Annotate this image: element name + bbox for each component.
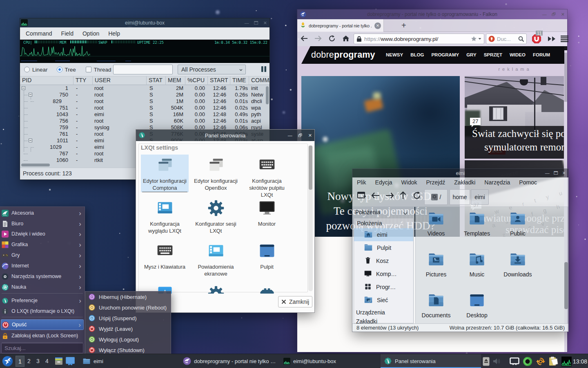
- qps-column-pid[interactable]: PID: [20, 76, 74, 85]
- process-row-1043[interactable]: 1043-eimiS16M0.0012:480.49spyth: [20, 111, 270, 118]
- site-nav-newsy[interactable]: NEWSY: [386, 52, 403, 57]
- fm-section-urzdzenia[interactable]: Urządzenia: [354, 307, 413, 316]
- fm-places-combo[interactable]: Położenia: [354, 208, 413, 217]
- menu-item-internet[interactable]: Internet ›: [1, 260, 84, 271]
- menu-item-d-wi-k-i-wideo[interactable]: Dźwięk i wideo ›: [1, 229, 84, 239]
- settings-tile-edytor-konfiguracji[interactable]: Edytor konfiguracjiComptona: [141, 155, 189, 192]
- menu-item-preferencje[interactable]: Preferencje ›: [1, 295, 84, 306]
- qps-column-stat[interactable]: STAT: [147, 76, 166, 85]
- fm-menu-zakadki[interactable]: Zakładki: [454, 179, 475, 186]
- tray-volume-icon[interactable]: [493, 358, 501, 365]
- settings-tile-konfiguracja[interactable]: Konfiguracjaskrótów pulpituLXQt: [243, 155, 291, 198]
- settings-tile-konfigurator-sesji[interactable]: Konfigurator sesjiLXQt: [192, 197, 240, 234]
- fm-place-pulpit[interactable]: Pulpit: [354, 241, 413, 254]
- back-icon[interactable]: [371, 192, 380, 200]
- panel-titlebar[interactable]: Panel sterowania — 🗗 ✕: [136, 130, 314, 141]
- qps-menu-help[interactable]: Help: [104, 29, 125, 38]
- fm-maximize-button[interactable]: 🗖: [554, 171, 558, 175]
- bookmark-dropdown-icon[interactable]: [478, 38, 481, 40]
- tray-eject-icon[interactable]: [483, 357, 490, 366]
- forward-button[interactable]: [311, 35, 325, 43]
- fm-folder-view[interactable]: Videos Templates Public Pictures Music: [415, 207, 568, 323]
- settings-tile-gear-dark-icon[interactable]: [192, 283, 240, 294]
- fm-minimize-button[interactable]: —: [545, 171, 550, 175]
- fm-menu-narzdzia[interactable]: Narzędzia: [484, 179, 510, 186]
- menu-item-gry[interactable]: Gry ›: [1, 250, 84, 260]
- search-icon[interactable]: [518, 36, 524, 42]
- settings-tile-edytor-konfiguracji[interactable]: Edytor konfiguracjiOpenBox: [192, 155, 240, 191]
- path-button-current[interactable]: eimi: [471, 189, 489, 205]
- process-row-756[interactable]: 756-rootS60K0.0012:460.01sacpi: [20, 118, 270, 124]
- settings-tile-konfiguracja[interactable]: Konfiguracjawyglądu LXQt: [141, 197, 189, 234]
- fm-menu-pomoc[interactable]: Pomoc: [519, 179, 537, 186]
- site-nav-gry[interactable]: GRY: [466, 52, 477, 57]
- fm-vscrollbar[interactable]: [564, 262, 568, 309]
- workspace-2[interactable]: 2: [24, 356, 33, 367]
- menu-hamburger-icon[interactable]: [561, 36, 568, 44]
- process-row-829[interactable]: 829-rootS1M0.0012:460.01sdhcli: [20, 98, 270, 105]
- qps-column-user[interactable]: USER: [93, 76, 147, 85]
- settings-tile-mysz-i-klawiatura[interactable]: Mysz i Klawiatura: [141, 240, 189, 270]
- search-field[interactable]: Duc...: [486, 34, 527, 44]
- adblock-icon[interactable]: 11: [531, 33, 542, 46]
- qps-column-comm[interactable]: COMMA: [249, 76, 270, 85]
- start-menu-button[interactable]: [0, 354, 15, 368]
- tray-monitor-graph-icon[interactable]: [561, 357, 572, 366]
- fm-menu-edycja[interactable]: Edycja: [375, 179, 392, 186]
- path-button-root[interactable]: /: [424, 189, 448, 205]
- menu-item-biuro[interactable]: Biuro ›: [1, 218, 84, 229]
- qps-tree-radio[interactable]: [57, 67, 62, 72]
- fast-forward-icon[interactable]: [547, 36, 556, 43]
- fm-folder-documents[interactable]: Documents: [416, 292, 457, 319]
- submenu-item-wyloguj-logout[interactable]: Wyloguj (Logout): [86, 334, 170, 345]
- qps-process-filter-combo[interactable]: All Processes: [178, 65, 246, 74]
- fm-place-sie[interactable]: Sieć: [354, 294, 413, 307]
- submenu-item-u-pij-suspend[interactable]: Uśpij (Suspend): [86, 313, 170, 323]
- menu-item-nauka[interactable]: Nauka ›: [1, 282, 84, 292]
- qps-column-tty[interactable]: TTY: [74, 76, 93, 85]
- fm-titlebar[interactable]: eimi — 🗖 ✕: [352, 169, 568, 177]
- workspace-3[interactable]: 3: [33, 356, 42, 367]
- path-button-home[interactable]: home: [450, 189, 470, 205]
- site-nav-forum[interactable]: FORUM: [533, 52, 550, 57]
- qps-minimize-button[interactable]: —: [245, 21, 249, 25]
- forward-icon[interactable]: [385, 192, 394, 200]
- fm-folder-videos[interactable]: Videos: [416, 210, 457, 237]
- site-nav-programy[interactable]: PROGRAMY: [431, 52, 459, 57]
- tab-close-icon[interactable]: ✕: [374, 22, 381, 29]
- submenu-item-uruchom-ponownie-reboot[interactable]: Uruchom ponownie (Reboot): [86, 302, 170, 313]
- task-button-eimi[interactable]: eimi: [79, 354, 180, 368]
- quicklaunch-archive-icon[interactable]: [53, 354, 65, 368]
- qps-pause-button[interactable]: [261, 66, 267, 72]
- qps-thread-checkbox[interactable]: [86, 67, 91, 72]
- fm-place-eimi[interactable]: eimi: [354, 228, 413, 241]
- fm-menu-przejd[interactable]: Przejdź: [426, 179, 445, 186]
- up-icon[interactable]: [400, 191, 406, 201]
- panel-close-button[interactable]: ✕: [308, 133, 312, 138]
- qps-filter-input[interactable]: [113, 65, 173, 74]
- workspace-4[interactable]: 4: [42, 356, 51, 367]
- qps-menu-option[interactable]: Option: [78, 29, 104, 38]
- taskbar-clock[interactable]: 13:08: [573, 354, 587, 368]
- task-button-panel-sterowania[interactable]: Panel sterowania: [381, 354, 481, 368]
- settings-tile-pulpit[interactable]: Pulpit: [243, 240, 291, 270]
- tray-notes-icon[interactable]: [549, 357, 558, 366]
- falkon-close-button[interactable]: ✕: [561, 12, 565, 17]
- menu-item-opu[interactable]: Opuść ›: [1, 319, 84, 330]
- tray-screen-icon[interactable]: [510, 357, 519, 366]
- panel-minimize-button[interactable]: —: [288, 133, 292, 138]
- article-title-house-line2[interactable]: symulatorem remontowania: [484, 141, 564, 153]
- article-title-house[interactable]: Świat zachwycił się polskim: [472, 128, 564, 139]
- menu-item-o-lxqt-informacje-o-lxqt[interactable]: O LXQt (Informacje o LXQt): [1, 306, 84, 316]
- qps-column-time[interactable]: TIME: [230, 76, 249, 85]
- falkon-maximize-button[interactable]: 🗗: [552, 12, 556, 17]
- fm-place-kosz[interactable]: Kosz: [354, 254, 413, 267]
- fm-menu-widok[interactable]: Widok: [401, 179, 417, 186]
- fm-folder-desktop[interactable]: Desktop: [457, 292, 497, 319]
- article-card-house-flipper[interactable]: SALE 27 Świat zachwycił się polskim symu…: [465, 76, 564, 159]
- process-row-751[interactable]: 751-rootS504K0.0012:460.02swpa: [20, 105, 270, 111]
- site-logo[interactable]: dobreprogramy: [311, 50, 375, 60]
- qps-linear-radio[interactable]: [24, 67, 30, 72]
- qps-column-mem[interactable]: MEM: [166, 76, 185, 85]
- task-button-eimi-lubuntu-box[interactable]: eimi@lubuntu-box: [280, 354, 381, 368]
